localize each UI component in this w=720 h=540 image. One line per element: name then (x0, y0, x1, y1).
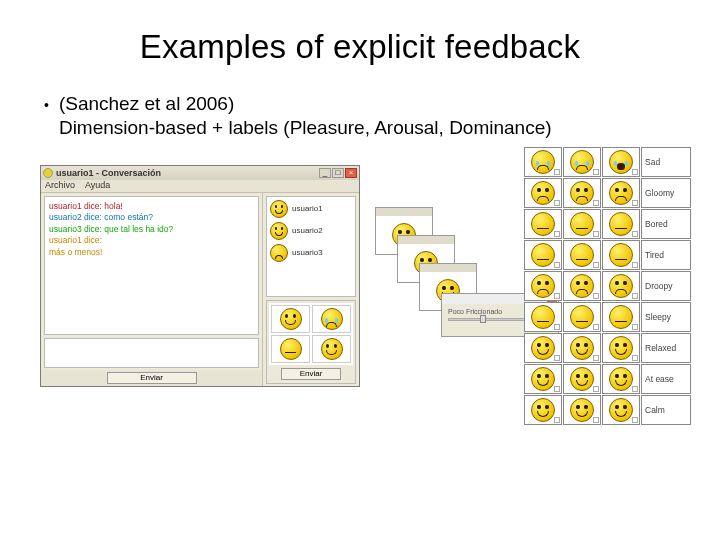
checkbox-icon[interactable] (593, 231, 599, 237)
emoji-cell[interactable] (602, 302, 640, 332)
checkbox-icon[interactable] (632, 386, 638, 392)
emoji-face-icon (570, 305, 594, 329)
checkbox-icon[interactable] (554, 324, 560, 330)
checkbox-icon[interactable] (632, 293, 638, 299)
emoji-cell[interactable] (563, 147, 601, 177)
chat-line: más o menos! (49, 247, 254, 258)
emoji-cell[interactable] (602, 178, 640, 208)
selector-cell[interactable] (271, 305, 310, 333)
bullet-dot: • (44, 92, 49, 118)
checkbox-icon[interactable] (554, 355, 560, 361)
emoji-face-icon (570, 150, 594, 174)
emoji-cell[interactable] (563, 240, 601, 270)
emoji-cell[interactable] (602, 271, 640, 301)
emoji-cell[interactable] (563, 209, 601, 239)
emoji-face-icon (531, 367, 555, 391)
chat-input[interactable] (44, 338, 259, 368)
checkbox-icon[interactable] (554, 293, 560, 299)
emoji-cell[interactable] (602, 333, 640, 363)
checkbox-icon[interactable] (554, 262, 560, 268)
checkbox-icon[interactable] (632, 417, 638, 423)
checkbox-icon[interactable] (593, 169, 599, 175)
emoji-cell[interactable] (563, 333, 601, 363)
checkbox-icon[interactable] (554, 231, 560, 237)
emoji-face-icon (570, 181, 594, 205)
emoji-face-icon (609, 181, 633, 205)
emoji-cell[interactable] (524, 147, 562, 177)
checkbox-icon[interactable] (554, 200, 560, 206)
checkbox-icon[interactable] (632, 169, 638, 175)
emoji-face-icon (570, 212, 594, 236)
emoji-row-label: Bored (641, 209, 691, 239)
user-face-icon (270, 200, 288, 218)
checkbox-icon[interactable] (593, 262, 599, 268)
emoji-row-label: Tired (641, 240, 691, 270)
emoji-face-icon (609, 274, 633, 298)
emoji-cell[interactable] (602, 240, 640, 270)
selector-cell[interactable] (312, 335, 351, 363)
emoji-cell[interactable] (524, 302, 562, 332)
emoji-cell[interactable] (602, 395, 640, 425)
slide-title: Examples of explicit feedback (40, 28, 680, 66)
emoji-cell[interactable] (524, 364, 562, 394)
emoji-cell[interactable] (602, 147, 640, 177)
emoji-cell[interactable] (524, 209, 562, 239)
selector-face-icon (280, 308, 302, 330)
menu-archivo[interactable]: Archivo (45, 180, 75, 192)
checkbox-icon[interactable] (554, 169, 560, 175)
selector-cell[interactable] (312, 305, 351, 333)
checkbox-icon[interactable] (593, 386, 599, 392)
menu-ayuda[interactable]: Ayuda (85, 180, 110, 192)
checkbox-icon[interactable] (593, 417, 599, 423)
minimize-button[interactable]: _ (319, 168, 331, 178)
maximize-button[interactable]: □ (332, 168, 344, 178)
bullet-item: • (Sanchez et al 2006) Dimension-based +… (44, 92, 680, 141)
checkbox-icon[interactable] (632, 262, 638, 268)
emoji-cell[interactable] (602, 209, 640, 239)
emoji-cell[interactable] (563, 178, 601, 208)
checkbox-icon[interactable] (632, 200, 638, 206)
bullet-description: Dimension-based + labels (Pleasure, Arou… (59, 117, 552, 138)
checkbox-icon[interactable] (554, 386, 560, 392)
emoji-face-icon (531, 398, 555, 422)
checkbox-icon[interactable] (593, 293, 599, 299)
user-row: usuario2 (270, 222, 352, 240)
emoji-cell[interactable] (563, 395, 601, 425)
checkbox-icon[interactable] (632, 355, 638, 361)
emoji-cell[interactable] (524, 271, 562, 301)
emoji-row-label: Droopy (641, 271, 691, 301)
emoji-cell[interactable] (524, 333, 562, 363)
emoji-face-icon (531, 181, 555, 205)
checkbox-icon[interactable] (593, 355, 599, 361)
checkbox-icon[interactable] (554, 417, 560, 423)
emoji-cell[interactable] (563, 364, 601, 394)
emoji-row-label: Gloomy (641, 178, 691, 208)
selector-send-button[interactable]: Enviar (281, 368, 341, 380)
chat-titlebar: usuario1 - Conversación _ □ × (41, 166, 359, 180)
emoji-cell[interactable] (563, 302, 601, 332)
close-button[interactable]: × (345, 168, 357, 178)
user-list: usuario1usuario2usuario3 (266, 196, 356, 297)
selector-cell[interactable] (271, 335, 310, 363)
emoji-cell[interactable] (602, 364, 640, 394)
emoji-row-label: Sad (641, 147, 691, 177)
slider-thumb[interactable] (480, 315, 486, 323)
emoji-row-label: Calm (641, 395, 691, 425)
figure-area: usuario1 - Conversación _ □ × Archivo Ay… (40, 165, 680, 475)
emoji-cell[interactable] (524, 395, 562, 425)
emoji-cell[interactable] (524, 178, 562, 208)
emoji-face-icon (531, 243, 555, 267)
checkbox-icon[interactable] (632, 324, 638, 330)
emotion-selector: Enviar (266, 300, 356, 384)
emoji-face-icon (609, 150, 633, 174)
checkbox-icon[interactable] (593, 324, 599, 330)
send-button[interactable]: Enviar (107, 372, 197, 384)
window-icon (43, 168, 53, 178)
checkbox-icon[interactable] (593, 200, 599, 206)
emoji-cell[interactable] (563, 271, 601, 301)
chat-line: usuario1 dice: (49, 235, 254, 246)
emoji-cell[interactable] (524, 240, 562, 270)
selector-face-icon (321, 308, 343, 330)
checkbox-icon[interactable] (632, 231, 638, 237)
emoji-grid: SadGloomyBoredTiredDroopySleepyRelaxedAt… (524, 147, 710, 425)
